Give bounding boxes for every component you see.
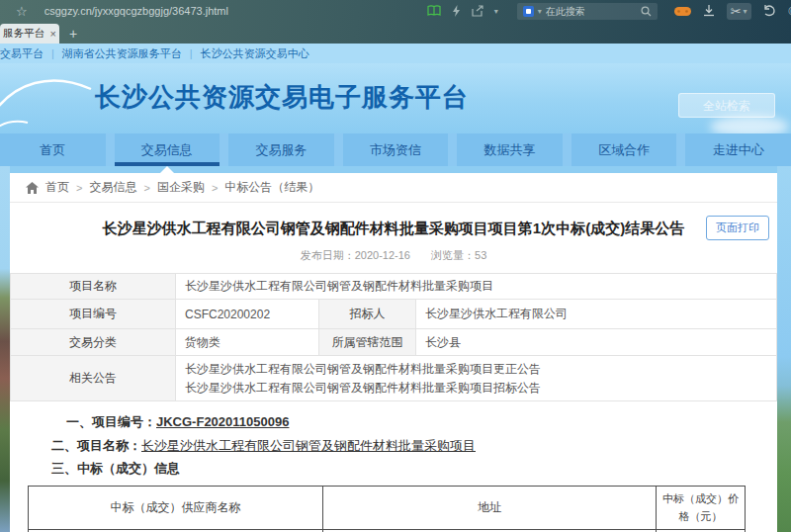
nav-item-market-credit[interactable]: 市场资信 [343, 133, 449, 166]
site-logo-arc-icon [0, 67, 93, 133]
share-icon[interactable] [472, 5, 483, 17]
top-link-2[interactable]: 长沙公共资源交易中心 [201, 46, 309, 61]
col-header-price: 中标（成交）价格（元） [657, 487, 746, 530]
related-announcement-link[interactable]: 长沙星沙供水工程有限公司钢管及钢配件材料批量采购项目招标公告 [185, 379, 767, 398]
nav-label: 数据共享 [484, 141, 536, 159]
close-tab-icon[interactable]: × [50, 29, 56, 40]
new-tab-icon[interactable]: + [69, 27, 77, 41]
moon-icon[interactable]: ☾ [788, 5, 791, 18]
lightning-icon[interactable] [452, 5, 461, 17]
section-award-info: 三、中标（成交）信息 [10, 457, 777, 480]
crumb-separator: > [76, 182, 82, 194]
section-value: JKCG-F202011050096 [156, 414, 289, 429]
tab-title: 服务平台 [3, 27, 47, 41]
info-value: 长沙县 [416, 329, 777, 356]
nav-label: 交易信息 [141, 141, 193, 159]
top-link-1[interactable]: 湖南省公共资源服务平台 [62, 46, 182, 61]
nav-label: 首页 [40, 141, 65, 159]
section-value: 长沙星沙供水工程有限公司钢管及钢配件材料批量采购项目 [141, 438, 476, 453]
crumb-soe-procurement[interactable]: 国企采购 [157, 179, 205, 196]
nav-label: 交易服务 [255, 141, 307, 159]
crumb-separator: > [143, 182, 149, 194]
print-page-button[interactable]: 页面打印 [706, 216, 769, 240]
section-label: 二、项目名称： [51, 438, 141, 453]
info-label: 招标人 [319, 300, 416, 329]
engine-chevron-icon[interactable]: ▾ [538, 7, 542, 16]
browser-search-box[interactable]: ▾ [517, 3, 658, 20]
page-title: 长沙星沙供水工程有限公司钢管及钢配件材料批量采购项目项目第1次中标(成交)结果公… [67, 218, 720, 238]
nav-item-trade-info[interactable]: 交易信息 [115, 133, 220, 166]
award-result-table: 中标（成交）供应商名称 地址 中标（成交）价格（元） 湖南天卓管业有限公司 望城… [28, 486, 746, 532]
related-announcement-link[interactable]: 长沙星沙供水工程有限公司钢管及钢配件材料批量采购项目更正公告 [185, 360, 767, 379]
table-row: 相关公告 长沙星沙供水工程有限公司钢管及钢配件材料批量采购项目更正公告 长沙星沙… [11, 356, 777, 401]
address-bar-row: ☆ csggzy.cn/jyxxgqcgzbggjg/36473.jhtml ▾… [0, 0, 791, 22]
undo-icon[interactable] [763, 5, 776, 17]
nav-item-home[interactable]: 首页 [0, 133, 106, 166]
main-nav: 首页 交易信息 交易服务 市场资信 数据共享 区域合作 走进中心 [0, 133, 791, 166]
breadcrumb: 首页 > 交易信息 > 国企采购 > 中标公告（结果） [10, 173, 777, 203]
info-label: 项目编号 [11, 300, 176, 329]
search-icon[interactable] [641, 6, 652, 17]
document-body: 一、项目编号：JKCG-F202011050096 二、项目名称：长沙星沙供水工… [10, 410, 777, 480]
section-label: 三、中标（成交）信息 [51, 461, 180, 476]
table-header-row: 中标（成交）供应商名称 地址 中标（成交）价格（元） [29, 487, 746, 530]
crumb-result-announcement[interactable]: 中标公告（结果） [224, 179, 319, 196]
info-value: 长沙星沙供水工程有限公司钢管及钢配件材料批量采购项目更正公告 长沙星沙供水工程有… [176, 356, 777, 401]
link-separator: | [190, 47, 193, 59]
info-label: 所属管辖范围 [319, 329, 416, 356]
views-count: 53 [475, 249, 486, 261]
info-value: 货物类 [176, 329, 319, 356]
bookmark-star-icon[interactable]: ☆ [16, 5, 28, 18]
chevron-down-icon[interactable]: ▾ [494, 7, 498, 16]
site-title: 长沙公共资源交易电子服务平台 [95, 80, 469, 115]
browser-window: ☆ csggzy.cn/jyxxgqcgzbggjg/36473.jhtml ▾… [0, 0, 791, 532]
address-bar[interactable]: csggzy.cn/jyxxgqcgzbggjg/36473.jhtml [44, 5, 341, 17]
top-links-bar: 交易平台 | 湖南省公共资源服务平台 | 长沙公共资源交易中心 [0, 44, 791, 63]
col-header-supplier: 中标（成交）供应商名称 [29, 487, 323, 530]
publish-info: 发布日期：2020-12-16 浏览量：53 [10, 248, 777, 263]
section-project-number: 一、项目编号：JKCG-F202011050096 [10, 410, 777, 433]
background-right-strip [777, 166, 791, 532]
browser-search-input[interactable] [546, 6, 637, 17]
search-engine-icon[interactable] [523, 6, 534, 17]
info-label: 相关公告 [11, 356, 176, 401]
browser-tab[interactable]: 服务平台 × [0, 24, 59, 44]
project-info-table: 项目名称 长沙星沙供水工程有限公司钢管及钢配件材料批量采购项目 项目编号 CSF… [10, 273, 777, 401]
background-left-strip [0, 166, 10, 532]
col-header-address: 地址 [323, 487, 657, 530]
nav-item-regional-coop[interactable]: 区域合作 [571, 133, 677, 166]
nav-item-data-share[interactable]: 数据共享 [457, 133, 563, 166]
top-link-0[interactable]: 交易平台 [0, 46, 44, 61]
nav-item-about-center[interactable]: 走进中心 [685, 133, 791, 166]
home-icon[interactable] [26, 182, 39, 194]
info-label: 交易分类 [11, 329, 176, 356]
crumb-trade-info[interactable]: 交易信息 [89, 179, 136, 196]
info-label: 项目名称 [11, 274, 176, 300]
scissors-icon[interactable]: ✂ [731, 5, 742, 18]
site-search-box[interactable] [678, 93, 775, 118]
nav-label: 市场资信 [370, 141, 421, 159]
reading-mode-icon[interactable] [427, 5, 441, 17]
article-header: 长沙星沙供水工程有限公司钢管及钢配件材料批量采购项目项目第1次中标(成交)结果公… [10, 218, 777, 238]
crumb-home[interactable]: 首页 [45, 179, 69, 196]
section-project-name: 二、项目名称：长沙星沙供水工程有限公司钢管及钢配件材料批量采购项目 [10, 434, 777, 457]
browser-action-icons: ✂ ▾ ☾ + ≡ [674, 3, 791, 20]
publish-date-label: 发布日期： [301, 249, 355, 261]
scissors-chevron-icon[interactable]: ▾ [744, 7, 747, 16]
active-tab-pointer [160, 166, 174, 173]
site-banner: 长沙公共资源交易电子服务平台 [0, 63, 791, 133]
nav-item-trade-service[interactable]: 交易服务 [228, 133, 334, 166]
publish-date: 2020-12-16 [355, 249, 410, 261]
info-value: 长沙星沙供水工程有限公司 [416, 300, 777, 329]
screenshot-tool[interactable]: ✂ ▾ [727, 3, 751, 20]
site-search-input[interactable] [679, 94, 774, 117]
table-row: 交易分类 货物类 所属管辖范围 长沙县 [11, 329, 777, 356]
gamepad-icon[interactable] [674, 6, 691, 17]
section-label: 一、项目编号： [66, 414, 156, 429]
table-row: 项目编号 CSFC20200202 招标人 长沙星沙供水工程有限公司 [11, 300, 777, 329]
download-icon[interactable] [703, 5, 715, 17]
browser-chrome: ☆ csggzy.cn/jyxxgqcgzbggjg/36473.jhtml ▾… [0, 0, 791, 44]
info-value: CSFC20200202 [176, 300, 319, 329]
tab-bar: 服务平台 × + [0, 22, 791, 44]
content-panel: 首页 > 交易信息 > 国企采购 > 中标公告（结果） 长沙星沙供水工程有限公司… [10, 173, 777, 532]
